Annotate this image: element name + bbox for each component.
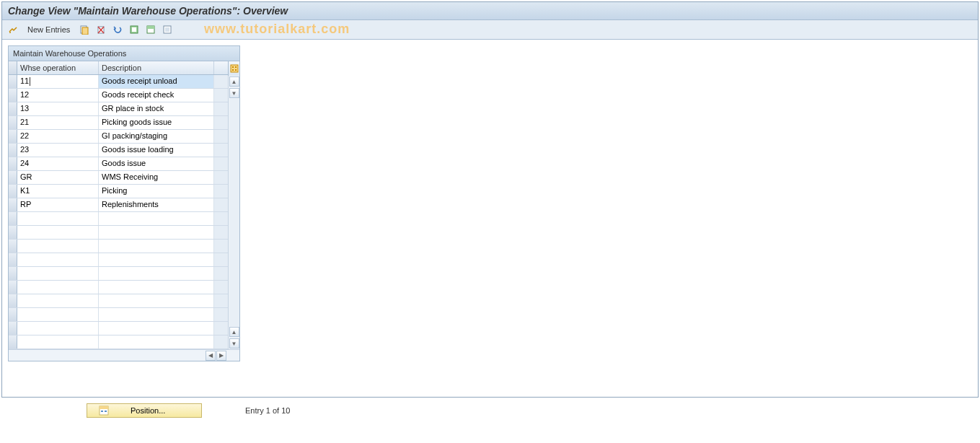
table-row — [9, 281, 228, 294]
scroll-up-button[interactable]: ▲ — [229, 76, 239, 87]
cell-description[interactable] — [99, 281, 214, 294]
row-selector[interactable] — [9, 322, 17, 335]
cell-whse-op[interactable]: RP — [17, 198, 99, 211]
cell-description[interactable]: GI packing/staging — [99, 130, 214, 143]
svg-point-0 — [9, 32, 11, 33]
watermark-text: www.tutorialkart.com — [204, 22, 350, 37]
cell-whse-op[interactable]: 13 — [17, 102, 99, 115]
scroll-down-button[interactable]: ▼ — [229, 88, 239, 98]
cell-whse-op[interactable] — [17, 294, 99, 307]
grid-container: Maintain Warehouse Operations Whse opera… — [8, 45, 240, 361]
cell-whse-op[interactable]: 24 — [17, 157, 99, 170]
cell-whse-op[interactable] — [17, 335, 99, 348]
cell-whse-op[interactable] — [17, 212, 99, 225]
cell-whse-op[interactable]: 12 — [17, 89, 99, 102]
row-selector[interactable] — [9, 281, 17, 294]
vertical-scrollbar[interactable]: ▲ ▼ ▲ ▼ — [228, 76, 239, 349]
cell-whse-op[interactable]: 11 — [17, 75, 99, 88]
cell-whse-op[interactable] — [17, 253, 99, 266]
cell-whse-op[interactable] — [17, 240, 99, 253]
row-selector[interactable] — [9, 130, 17, 143]
cell-description[interactable] — [99, 294, 214, 307]
page-title: Change View "Maintain Warehouse Operatio… — [2, 2, 978, 20]
copy-as-icon[interactable] — [78, 23, 91, 36]
row-selector[interactable] — [9, 185, 17, 198]
deselect-all-icon[interactable] — [161, 23, 174, 36]
row-selector[interactable] — [9, 308, 17, 321]
column-header-whse-op[interactable]: Whse operation — [17, 61, 99, 74]
table-row — [9, 294, 228, 308]
row-selector-header[interactable] — [9, 61, 17, 74]
toolbar: New Entries www.tutorialkart.com — [2, 20, 978, 40]
cell-description[interactable]: Picking goods issue — [99, 116, 214, 129]
row-selector[interactable] — [9, 144, 17, 157]
table-row: 21Picking goods issue — [9, 116, 228, 130]
undo-icon[interactable] — [111, 23, 124, 36]
cell-description[interactable] — [99, 240, 214, 253]
row-selector[interactable] — [9, 171, 17, 184]
grid-table: Whse operation Description 11Goods recei… — [9, 61, 228, 349]
row-selector[interactable] — [9, 102, 17, 115]
cell-description[interactable]: Goods issue loading — [99, 144, 214, 157]
row-selector[interactable] — [9, 116, 17, 129]
select-block-icon[interactable] — [144, 23, 157, 36]
row-selector[interactable] — [9, 198, 17, 211]
scroll-right-button[interactable]: ▶ — [216, 351, 226, 361]
table-settings-icon[interactable] — [228, 61, 239, 76]
delete-icon[interactable] — [94, 23, 107, 36]
row-selector[interactable] — [9, 75, 17, 88]
svg-rect-9 — [165, 27, 169, 32]
scroll-up-button-2[interactable]: ▲ — [229, 327, 239, 337]
horizontal-scrollbar[interactable]: ◀ ▶ — [9, 349, 239, 361]
cell-description[interactable]: Goods receipt check — [99, 89, 214, 102]
cell-description[interactable] — [99, 308, 214, 321]
cell-whse-op[interactable] — [17, 322, 99, 335]
svg-rect-18 — [105, 411, 107, 412]
cell-description[interactable] — [99, 267, 214, 280]
row-selector[interactable] — [9, 226, 17, 239]
svg-rect-11 — [232, 66, 234, 68]
column-header-description[interactable]: Description — [99, 61, 214, 74]
cell-description[interactable] — [99, 335, 214, 348]
grid-body: 11Goods receipt unload12Goods receipt ch… — [9, 75, 228, 349]
table-row: K1Picking — [9, 185, 228, 198]
row-selector[interactable] — [9, 335, 17, 348]
scroll-left-button[interactable]: ◀ — [206, 351, 216, 361]
select-all-icon[interactable] — [128, 23, 141, 36]
cell-whse-op[interactable]: 22 — [17, 130, 99, 143]
row-selector[interactable] — [9, 157, 17, 170]
cell-whse-op[interactable]: 23 — [17, 144, 99, 157]
cell-description[interactable] — [99, 226, 214, 239]
cell-whse-op[interactable] — [17, 281, 99, 294]
grid-title: Maintain Warehouse Operations — [9, 46, 239, 61]
cell-whse-op[interactable] — [17, 226, 99, 239]
row-selector[interactable] — [9, 253, 17, 266]
cell-description[interactable]: Replenishments — [99, 198, 214, 211]
toggle-display-change-icon[interactable] — [6, 23, 19, 36]
cell-whse-op[interactable]: K1 — [17, 185, 99, 198]
svg-rect-5 — [132, 27, 136, 32]
cell-description[interactable]: GR place in stock — [99, 102, 214, 115]
cell-whse-op[interactable]: GR — [17, 171, 99, 184]
row-selector[interactable] — [9, 267, 17, 280]
row-selector[interactable] — [9, 294, 17, 307]
row-selector[interactable] — [9, 89, 17, 102]
cell-description[interactable] — [99, 212, 214, 225]
cell-whse-op[interactable] — [17, 267, 99, 280]
new-entries-button[interactable]: New Entries — [23, 24, 74, 35]
table-row: 12Goods receipt check — [9, 89, 228, 102]
table-row: 23Goods issue loading — [9, 144, 228, 157]
cell-description[interactable]: Goods receipt unload — [99, 75, 214, 88]
cell-description[interactable] — [99, 322, 214, 335]
scroll-track[interactable] — [229, 99, 239, 326]
cell-whse-op[interactable] — [17, 308, 99, 321]
row-selector[interactable] — [9, 240, 17, 253]
scroll-down-button-2[interactable]: ▼ — [229, 338, 239, 348]
cell-description[interactable] — [99, 253, 214, 266]
cell-whse-op[interactable]: 21 — [17, 116, 99, 129]
cell-description[interactable]: Picking — [99, 185, 214, 198]
cell-description[interactable]: Goods issue — [99, 157, 214, 170]
row-selector[interactable] — [9, 212, 17, 225]
cell-description[interactable]: WMS Receiving — [99, 171, 214, 184]
position-button[interactable]: Position... — [87, 403, 202, 418]
